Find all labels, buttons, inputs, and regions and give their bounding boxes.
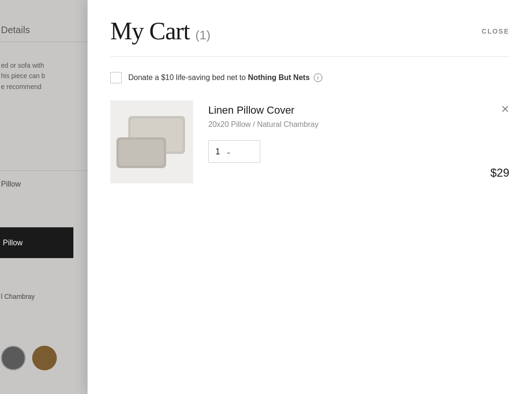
donate-charity-name: Nothing But Nets bbox=[248, 73, 310, 81]
bg-text-block: ed or sofa with his piece can b e recomm… bbox=[0, 60, 88, 92]
cart-body: Donate a $10 life-saving bed net to Noth… bbox=[88, 57, 532, 394]
donate-text-prefix: Donate a $10 life-saving bed net to bbox=[128, 73, 248, 81]
cart-item: Linen Pillow Cover 20x20 Pillow / Natura… bbox=[110, 100, 509, 183]
cart-item-image bbox=[110, 100, 193, 183]
bg-color-circle-brown[interactable] bbox=[32, 346, 57, 370]
cart-item-name: Linen Pillow Cover bbox=[208, 104, 509, 116]
bg-selected-item: Pillow bbox=[0, 227, 73, 258]
bg-color-circles bbox=[0, 346, 57, 370]
donate-text: Donate a $10 life-saving bed net to Noth… bbox=[128, 73, 322, 82]
remove-button[interactable]: ✕ bbox=[501, 104, 509, 115]
bg-details-label: Details bbox=[0, 25, 30, 36]
bg-divider2 bbox=[0, 170, 88, 171]
bg-color-circle-gray[interactable] bbox=[1, 346, 26, 370]
pillow-image-svg bbox=[114, 111, 190, 173]
cart-item-variant: 20x20 Pillow / Natural Chambray bbox=[208, 120, 509, 129]
donate-checkbox[interactable] bbox=[110, 72, 122, 83]
bg-selected-label: Pillow bbox=[3, 239, 23, 247]
cart-header: My Cart (1) CLOSE bbox=[88, 0, 532, 45]
cart-count: (1) bbox=[195, 28, 211, 43]
bg-chambray-label: l Chambray bbox=[0, 293, 35, 300]
quantity-value: 1 bbox=[215, 147, 220, 157]
svg-rect-3 bbox=[119, 140, 164, 166]
cart-title-group: My Cart (1) bbox=[110, 17, 211, 45]
bg-pillow-label: Pillow bbox=[0, 180, 21, 188]
cart-overlay: My Cart (1) CLOSE Donate a $10 life-savi… bbox=[88, 0, 532, 394]
cart-item-price: $29 bbox=[490, 166, 509, 179]
quantity-selector[interactable]: 1 ⌄ bbox=[208, 140, 260, 163]
cart-item-info: Linen Pillow Cover 20x20 Pillow / Natura… bbox=[208, 100, 509, 163]
close-button[interactable]: CLOSE bbox=[482, 27, 509, 35]
background-page: Details ed or sofa with his piece can b … bbox=[0, 0, 88, 394]
bg-divider bbox=[0, 42, 88, 42]
donate-info-icon[interactable]: i bbox=[314, 73, 322, 82]
donate-row: Donate a $10 life-saving bed net to Noth… bbox=[110, 72, 509, 83]
chevron-down-icon: ⌄ bbox=[226, 148, 231, 155]
cart-title: My Cart bbox=[110, 17, 190, 45]
